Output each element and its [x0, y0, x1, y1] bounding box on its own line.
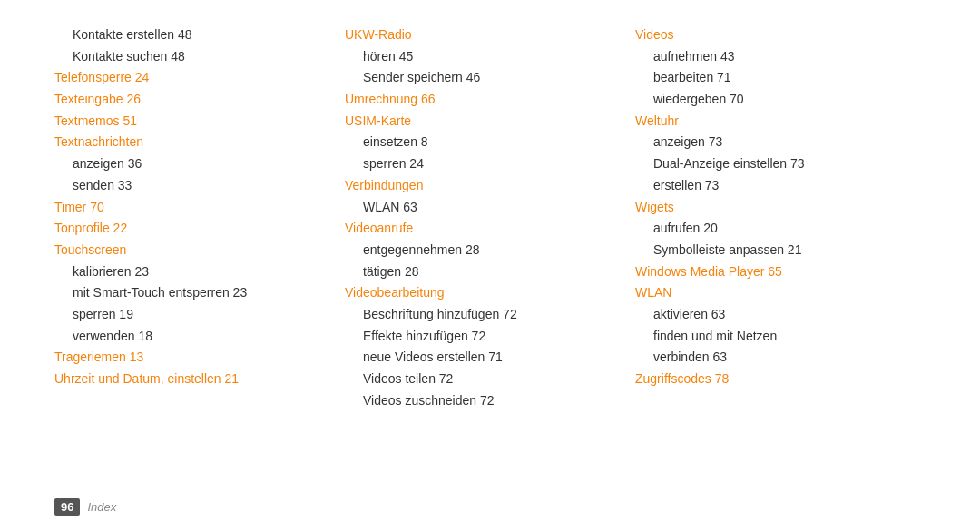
- index-entry: UKW-Radio: [345, 25, 617, 45]
- index-entry: WLAN 63: [345, 198, 617, 218]
- index-entry: Zugriffscodes 78: [635, 369, 907, 389]
- index-entry: Weltuhr: [635, 112, 907, 132]
- index-entry: Touchscreen: [54, 241, 327, 261]
- index-entry: Windows Media Player 65: [635, 262, 907, 282]
- index-entry: Verbindungen: [345, 176, 617, 196]
- index-entry: USIM-Karte: [345, 112, 617, 132]
- index-entry: tätigen 28: [345, 262, 617, 282]
- index-entry: Uhrzeit und Datum, einstellen 21: [54, 369, 327, 389]
- index-entry: Textnachrichten: [54, 133, 327, 153]
- index-entry: anzeigen 36: [54, 154, 327, 174]
- index-entry: Kontakte erstellen 48: [54, 25, 327, 45]
- index-entry: Timer 70: [54, 198, 327, 218]
- index-entry: Symbolleiste anpassen 21: [635, 241, 907, 261]
- index-entry: anzeigen 73: [635, 133, 907, 153]
- index-entry: aufrufen 20: [635, 219, 907, 239]
- index-entry: neue Videos erstellen 71: [345, 348, 617, 368]
- index-entry: hören 45: [345, 47, 617, 67]
- index-entry: aufnehmen 43: [635, 47, 907, 67]
- index-entry: wiedergeben 70: [635, 90, 907, 110]
- index-entry: Videoanrufe: [345, 219, 617, 239]
- index-entry: Textmemos 51: [54, 112, 327, 132]
- index-entry: kalibrieren 23: [54, 262, 327, 282]
- index-entry: verbinden 63: [635, 348, 907, 368]
- page-number: 96: [54, 498, 80, 516]
- index-entry: senden 33: [54, 176, 327, 196]
- index-entry: mit Smart-Touch entsperren 23: [54, 283, 327, 303]
- index-entry: Wigets: [635, 198, 907, 218]
- footer: 96 Index: [54, 498, 116, 516]
- index-entry: Sender speichern 46: [345, 68, 617, 88]
- index-entry: bearbeiten 71: [635, 68, 907, 88]
- index-entry: Videos zuschneiden 72: [345, 391, 617, 411]
- index-entry: aktivieren 63: [635, 305, 907, 325]
- index-entry: Videobearbeitung: [345, 283, 617, 303]
- index-entry: sperren 19: [54, 305, 327, 325]
- index-entry: Videos teilen 72: [345, 369, 617, 389]
- column-col2: UKW-Radiohören 45Sender speichern 46Umre…: [345, 25, 635, 478]
- index-entry: Telefonsperre 24: [54, 68, 327, 88]
- index-entry: Umrechnung 66: [345, 90, 617, 110]
- index-entry: Kontakte suchen 48: [54, 47, 327, 67]
- index-columns: Kontakte erstellen 48Kontakte suchen 48T…: [54, 25, 926, 478]
- index-entry: WLAN: [635, 283, 907, 303]
- page: Kontakte erstellen 48Kontakte suchen 48T…: [0, 0, 980, 532]
- footer-label: Index: [87, 500, 116, 514]
- index-entry: Effekte hinzufügen 72: [345, 327, 617, 347]
- index-entry: Trageriemen 13: [54, 348, 327, 368]
- index-entry: Tonprofile 22: [54, 219, 327, 239]
- index-entry: verwenden 18: [54, 327, 327, 347]
- index-entry: finden und mit Netzen: [635, 327, 907, 347]
- index-entry: Videos: [635, 25, 907, 45]
- column-col3: Videosaufnehmen 43bearbeiten 71wiedergeb…: [635, 25, 926, 478]
- index-entry: entgegennehmen 28: [345, 241, 617, 261]
- index-entry: erstellen 73: [635, 176, 907, 196]
- index-entry: Texteingabe 26: [54, 90, 327, 110]
- column-col1: Kontakte erstellen 48Kontakte suchen 48T…: [54, 25, 345, 478]
- index-entry: sperren 24: [345, 154, 617, 174]
- index-entry: Beschriftung hinzufügen 72: [345, 305, 617, 325]
- index-entry: Dual-Anzeige einstellen 73: [635, 154, 907, 174]
- index-entry: einsetzen 8: [345, 133, 617, 153]
